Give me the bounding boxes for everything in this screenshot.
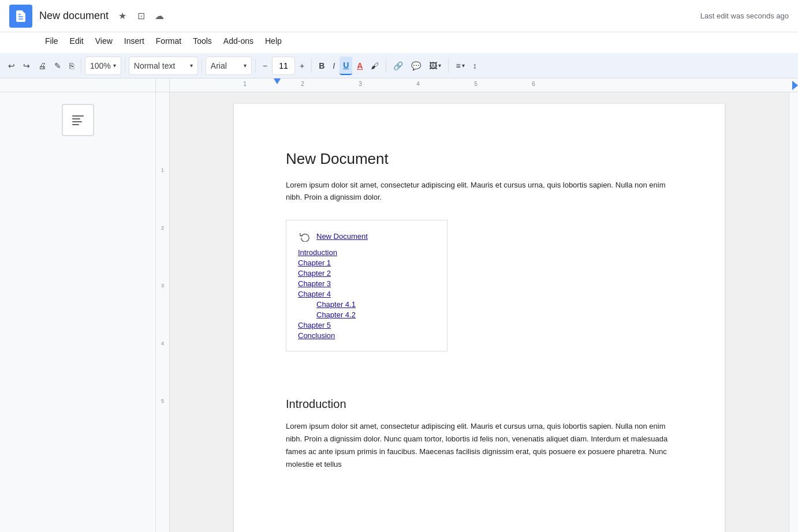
link-button[interactable]: 🔗 [390, 57, 407, 75]
toc-item[interactable]: Chapter 1 [298, 258, 435, 267]
font-label: Arial [211, 61, 227, 70]
menu-bar: File Edit View Insert Format Tools Add-o… [0, 32, 798, 53]
toc-header: New Document [298, 230, 435, 243]
v-ruler-mark-2: 2 [161, 225, 164, 231]
toolbar-separator-6 [386, 59, 386, 73]
highlight-button[interactable]: 🖌 [367, 57, 382, 75]
zoom-chevron: ▾ [113, 62, 116, 69]
cloud-button[interactable]: ☁ [151, 8, 167, 24]
ruler-mark-3: 3 [359, 81, 362, 87]
move-button[interactable]: ⊡ [133, 8, 149, 24]
main-layout: 1 2 3 4 5 New Document Lorem ipsum dolor… [0, 92, 798, 532]
undo-button[interactable]: ↩ [5, 57, 18, 75]
image-icon: 🖼 [429, 61, 437, 70]
menu-tools[interactable]: Tools [188, 34, 217, 48]
link-icon: 🔗 [393, 61, 403, 70]
last-edit-status: Last edit was seconds ago [700, 12, 789, 20]
zoom-value: 100% [90, 61, 111, 70]
ruler-right-arrow [792, 81, 798, 90]
font-dropdown[interactable]: Arial ▾ [206, 57, 252, 75]
style-label: Normal text [134, 61, 176, 70]
spellcheck-icon: ✎ [54, 61, 61, 70]
increase-font-icon: + [300, 61, 304, 70]
comment-icon: 💬 [411, 61, 421, 70]
toc-item[interactable]: Chapter 4 [298, 290, 435, 298]
print-button[interactable]: 🖨 [35, 57, 50, 75]
paint-format-button[interactable]: ⎘ [66, 57, 77, 75]
toc-item[interactable]: Chapter 2 [298, 269, 435, 278]
table-of-contents-box: New Document IntroductionChapter 1Chapte… [286, 220, 448, 351]
document-heading: New Document [286, 150, 673, 168]
align-button[interactable]: ≡▾ [452, 57, 468, 75]
toc-item[interactable]: Chapter 3 [298, 279, 435, 288]
italic-button[interactable]: I [329, 57, 338, 75]
comment-button[interactable]: 💬 [408, 57, 424, 75]
cloud-icon: ☁ [155, 10, 164, 21]
toc-sidebar-icon[interactable] [62, 104, 94, 136]
toc-item[interactable]: Chapter 5 [298, 321, 435, 329]
app-icon [9, 5, 32, 28]
spellcheck-button[interactable]: ✎ [51, 57, 65, 75]
align-chevron: ▾ [462, 62, 465, 69]
star-button[interactable]: ★ [114, 8, 130, 24]
italic-icon: I [333, 61, 335, 70]
align-icon: ≡ [456, 61, 460, 70]
font-size-input[interactable] [272, 57, 295, 75]
bold-button[interactable]: B [315, 57, 328, 75]
image-button[interactable]: 🖼▾ [426, 57, 445, 75]
font-color-icon: A [357, 61, 363, 70]
document-intro-paragraph: Lorem ipsum dolor sit amet, consectetur … [286, 179, 673, 204]
document-title[interactable]: New document [39, 10, 109, 22]
paintformat-icon: ⎘ [69, 61, 74, 70]
increase-font-button[interactable]: + [296, 57, 308, 75]
print-icon: 🖨 [38, 61, 46, 70]
underline-icon: U [343, 61, 349, 70]
v-ruler-mark-3: 3 [161, 283, 164, 289]
menu-format[interactable]: Format [151, 34, 186, 48]
right-scrollbar [789, 92, 798, 532]
left-sidebar [0, 92, 156, 532]
bold-icon: B [319, 61, 325, 70]
menu-addons[interactable]: Add-ons [219, 34, 258, 48]
line-spacing-icon: ↕ [473, 61, 477, 70]
menu-view[interactable]: View [91, 34, 117, 48]
zoom-dropdown[interactable]: 100% ▾ [85, 57, 121, 75]
move-icon: ⊡ [137, 10, 145, 21]
toc-refresh-button[interactable] [298, 230, 312, 243]
menu-help[interactable]: Help [260, 34, 286, 48]
v-ruler-mark-5: 5 [161, 398, 164, 404]
toc-item[interactable]: Chapter 4.1 [298, 300, 435, 309]
undo-icon: ↩ [8, 61, 15, 70]
toolbar-separator-5 [311, 59, 312, 73]
ruler-vrule-spacer [156, 78, 170, 92]
menu-edit[interactable]: Edit [65, 34, 88, 48]
style-dropdown[interactable]: Normal text ▾ [129, 57, 198, 75]
line-spacing-button[interactable]: ↕ [469, 57, 480, 75]
highlight-icon: 🖌 [371, 61, 379, 70]
introduction-heading: Introduction [286, 398, 673, 411]
svg-rect-6 [72, 124, 79, 125]
toolbar-separator-4 [255, 59, 256, 73]
toc-item[interactable]: Introduction [298, 248, 435, 257]
star-icon: ★ [118, 10, 126, 21]
horizontal-ruler: 1 2 3 4 5 6 [170, 78, 798, 92]
decrease-font-button[interactable]: − [259, 57, 271, 75]
ruler-mark-4: 4 [416, 81, 420, 87]
ruler-sidebar-spacer [0, 78, 156, 92]
ruler-mark-2: 2 [301, 81, 304, 87]
decrease-font-icon: − [263, 61, 267, 70]
menu-file[interactable]: File [40, 34, 63, 48]
menu-insert[interactable]: Insert [120, 34, 149, 48]
toc-root-link[interactable]: New Document [316, 232, 368, 241]
toolbar-separator-3 [202, 59, 202, 73]
toolbar-separator-2 [125, 59, 125, 73]
toc-item[interactable]: Conclusion [298, 331, 435, 340]
redo-button[interactable]: ↪ [20, 57, 33, 75]
ruler-mark-6: 6 [532, 81, 535, 87]
toc-item[interactable]: Chapter 4.2 [298, 310, 435, 319]
v-ruler-mark-4: 4 [161, 340, 164, 346]
toolbar: ↩ ↪ 🖨 ✎ ⎘ 100% ▾ Normal text ▾ Arial ▾ −… [0, 53, 798, 78]
font-color-button[interactable]: A [353, 57, 366, 75]
toolbar-separator-1 [81, 59, 81, 73]
underline-button[interactable]: U [340, 57, 352, 75]
